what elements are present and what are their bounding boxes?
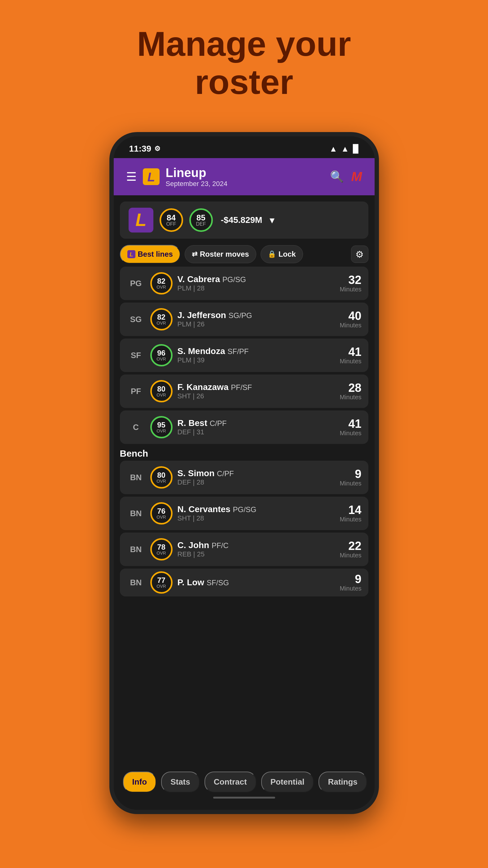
player-minutes: 32 Minutes [339,274,361,293]
player-info: J. Jefferson SG/PG PLM | 26 [177,310,335,328]
home-indicator [213,797,275,799]
bench-list: BN 80 OVR S. Simon C/PF DEF | 28 9 Minut… [114,461,375,596]
position-badge: C [127,423,145,432]
ovr-circle: 78 OVR [150,538,172,560]
position-badge: BN [127,545,145,554]
ovr-circle: 96 OVR [150,344,172,366]
search-icon[interactable]: 🔍 [330,170,344,183]
player-minutes: 9 Minutes [339,468,361,487]
player-detail: DEF | 31 [177,428,335,436]
header-title: Lineup [166,166,227,180]
status-time: 11:39 [129,144,152,154]
position-badge: BN [127,509,145,518]
profile-icon[interactable]: M [351,169,362,184]
ovr-circle: 82 OVR [150,272,172,294]
player-name: F. Kanazawa PF/SF [177,382,335,392]
player-minutes: 40 Minutes [339,310,361,329]
player-info: S. Simon C/PF DEF | 28 [177,468,335,486]
phone-frame: 11:39 ⚙ ▲ ▲ ▉ ☰ L Lineup September 23, 2… [109,132,379,814]
player-name: C. John PF/C [177,540,335,550]
action-bar: L Best lines ⇄ Roster moves 🔒 Lock ⚙ [114,245,375,264]
offense-rating: 84 OFF [160,208,183,232]
team-logo: L [130,209,152,231]
player-name: N. Cervantes PG/SG [177,504,335,514]
page-title: Manage your roster [137,25,351,101]
ovr-circle: 76 OVR [150,502,172,525]
player-info: F. Kanazawa PF/SF SHT | 26 [177,382,335,400]
ovr-circle: 80 OVR [150,380,172,402]
tab-stats[interactable]: Stats [161,772,199,793]
player-row[interactable]: PG 82 OVR V. Cabrera PG/SG PLM | 28 32 M… [120,267,368,300]
player-detail: DEF | 28 [177,478,335,486]
bench-header: Bench [114,444,375,461]
player-detail: SHT | 28 [177,514,335,522]
ovr-circle: 82 OVR [150,308,172,331]
dropdown-arrow[interactable]: ▾ [269,214,274,226]
player-row[interactable]: C 95 OVR R. Best C/PF DEF | 31 41 Minute… [120,410,368,444]
position-badge: PG [127,279,145,288]
player-row[interactable]: BN 76 OVR N. Cervantes PG/SG SHT | 28 14… [120,497,368,530]
roster-moves-button[interactable]: ⇄ Roster moves [185,245,256,263]
player-row[interactable]: BN 77 OVR P. Low SF/SG 9 Minutes [120,568,368,596]
team-logo-header: L [143,168,160,185]
salary-text: -$45.829M [221,215,262,225]
ovr-circle: 80 OVR [150,466,172,489]
player-minutes: 14 Minutes [339,504,361,523]
battery-icon: ▉ [353,144,359,154]
player-minutes: 41 Minutes [339,418,361,437]
menu-icon[interactable]: ☰ [126,170,137,184]
player-name: R. Best C/PF [177,418,335,428]
tab-potential[interactable]: Potential [261,772,314,793]
position-badge: SG [127,315,145,324]
player-name: S. Mendoza SF/PF [177,346,335,356]
settings-button[interactable]: ⚙ [351,246,368,263]
signal-icon: ▲ [341,144,349,154]
player-name: P. Low SF/SG [177,578,335,587]
player-info: R. Best C/PF DEF | 31 [177,418,335,436]
player-minutes: 28 Minutes [339,382,361,401]
player-info: N. Cervantes PG/SG SHT | 28 [177,504,335,522]
svg-text:L: L [147,170,155,184]
player-detail: SHT | 26 [177,392,335,400]
tab-info[interactable]: Info [123,772,157,793]
position-badge: BN [127,473,145,483]
player-detail: PLM | 39 [177,356,335,364]
best-lines-button[interactable]: L Best lines [120,245,180,264]
player-row[interactable]: BN 78 OVR C. John PF/C REB | 25 22 Minut… [120,533,368,566]
position-badge: BN [127,578,145,587]
team-summary: L 84 OFF 85 DEF -$45.829M ▾ [120,202,368,239]
player-info: P. Low SF/SG [177,578,335,587]
player-row[interactable]: BN 80 OVR S. Simon C/PF DEF | 28 9 Minut… [120,461,368,494]
player-row[interactable]: SF 96 OVR S. Mendoza SF/PF PLM | 39 41 M… [120,339,368,372]
best-lines-icon: L [127,250,135,258]
player-minutes: 41 Minutes [339,346,361,365]
position-badge: PF [127,386,145,396]
defense-rating: 85 DEF [189,208,213,232]
settings-icon: ⚙ [154,145,161,153]
player-info: C. John PF/C REB | 25 [177,540,335,558]
svg-text:L: L [130,251,133,258]
player-detail: PLM | 26 [177,320,335,328]
player-minutes: 22 Minutes [339,540,361,559]
status-bar: 11:39 ⚙ ▲ ▲ ▉ [114,136,375,158]
team-logo-box: L [129,208,153,232]
player-info: S. Mendoza SF/PF PLM | 39 [177,346,335,364]
app-header: ☰ L Lineup September 23, 2024 🔍 M [114,158,375,195]
tab-contract[interactable]: Contract [204,772,256,793]
wifi-icon: ▲ [329,144,337,154]
svg-text:L: L [135,210,146,230]
player-name: S. Simon C/PF [177,468,335,478]
bottom-nav: InfoStatsContractPotentialRatings [114,766,375,810]
player-name: V. Cabrera PG/SG [177,274,335,284]
tab-ratings[interactable]: Ratings [319,772,366,793]
player-row[interactable]: PF 80 OVR F. Kanazawa PF/SF SHT | 26 28 … [120,374,368,408]
lock-button[interactable]: 🔒 Lock [261,245,303,263]
player-row[interactable]: SG 82 OVR J. Jefferson SG/PG PLM | 26 40… [120,303,368,336]
starters-list: PG 82 OVR V. Cabrera PG/SG PLM | 28 32 M… [114,267,375,444]
ovr-circle: 95 OVR [150,416,172,438]
position-badge: SF [127,351,145,360]
ovr-circle: 77 OVR [150,571,172,594]
player-detail: PLM | 28 [177,284,335,292]
player-minutes: 9 Minutes [339,573,361,592]
player-detail: REB | 25 [177,550,335,558]
